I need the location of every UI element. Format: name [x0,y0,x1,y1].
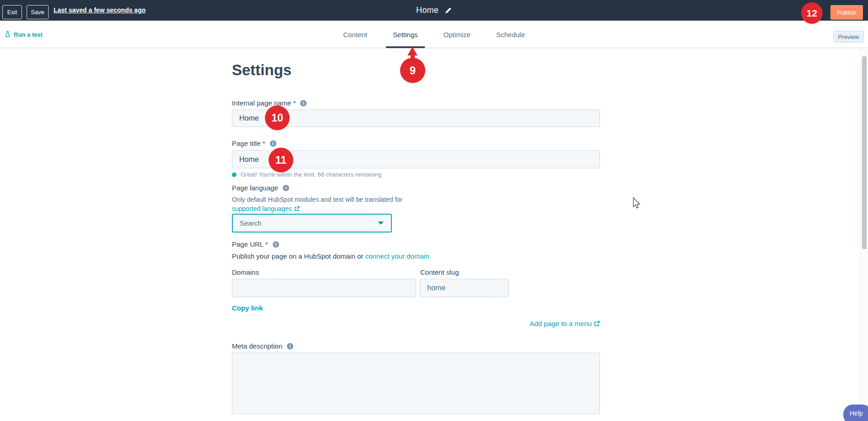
tab-content-label: Content [343,31,368,39]
chevron-down-icon [378,222,384,225]
supported-languages-row: supported languages [232,205,300,212]
external-link-icon [594,321,600,327]
internal-page-name-label: Internal page name * [232,99,296,107]
tab-settings[interactable]: Settings [380,21,430,48]
publish-button[interactable]: Publish [830,5,863,20]
annotation-badge-12: 12 [801,2,823,24]
scrollbar-thumb[interactable] [862,56,867,249]
supported-languages-label: supported languages [232,205,292,212]
domains-input[interactable] [232,279,416,297]
preview-button[interactable]: Preview [833,31,864,43]
top-toolbar: Exit Save Last saved a few seconds ago H… [0,0,868,21]
annotation-badge-10: 10 [265,105,290,130]
meta-description-label: Meta description [232,342,282,350]
content-slug-label-text: Content slug [420,268,459,276]
editor-subnav: Run a test Content Settings Optimize Sch… [0,21,868,48]
meta-description-label-row: Meta description i [232,342,293,350]
editor-tabs: Content Settings Optimize Schedule [0,21,868,48]
title-length-status-text: Great! You're within the limit. 66 chara… [241,171,381,178]
content-slug-input[interactable] [420,279,509,297]
connect-your-domain-link[interactable]: connect your domain. [365,252,431,260]
info-icon[interactable]: i [287,343,293,349]
page-url-helper-text: Publish your page on a HubSpot domain or [232,252,365,260]
info-icon[interactable]: i [283,185,289,191]
tab-settings-label: Settings [393,31,418,39]
meta-description-textarea[interactable] [232,353,600,414]
page-title-label: Page title * [232,139,265,147]
settings-heading: Settings [232,61,291,79]
external-link-icon [294,206,300,211]
vertical-scrollbar[interactable] [860,49,868,421]
tab-schedule-label: Schedule [496,31,525,39]
page-language-label-row: Page language i [232,184,289,192]
tab-optimize-label: Optimize [444,31,471,39]
success-dot-icon [232,172,236,177]
tab-optimize[interactable]: Optimize [431,21,483,48]
add-page-to-menu-link[interactable]: Add page to a menu [530,320,600,327]
copy-link[interactable]: Copy link [232,304,263,312]
exit-button[interactable]: Exit [2,5,22,19]
internal-page-name-label-row: Internal page name * i [232,99,307,107]
add-page-to-menu-row: Add page to a menu [530,320,600,327]
tab-content[interactable]: Content [330,21,380,48]
mouse-cursor [631,197,642,212]
tab-schedule[interactable]: Schedule [483,21,538,48]
page-language-selected-value: Search [233,219,378,227]
help-button[interactable]: Help [843,404,868,421]
save-button[interactable]: Save [27,5,49,19]
add-page-to-menu-label: Add page to a menu [530,320,592,327]
info-icon[interactable]: i [300,100,307,106]
page-title-label-row: Page title * i [232,139,276,147]
page-title: Home [416,6,439,15]
info-icon[interactable]: i [273,241,279,248]
title-length-status: Great! You're within the limit. 66 chara… [232,171,381,178]
page-language-select[interactable]: Search [232,214,392,233]
page-language-helper: Only default HubSpot modules and text wi… [232,196,402,203]
edit-title-pencil-icon[interactable] [445,7,452,14]
supported-languages-link[interactable]: supported languages [232,205,300,212]
page-url-label-row: Page URL * i [232,240,279,248]
page-url-helper: Publish your page on a HubSpot domain or… [232,252,431,260]
domains-label-text: Domains [232,268,259,276]
page-url-label: Page URL * [232,240,268,248]
domains-label: Domains [232,268,259,276]
annotation-badge-11: 11 [269,148,293,172]
info-icon[interactable]: i [270,140,276,147]
page-language-label: Page language [232,184,278,192]
content-slug-label: Content slug [420,268,459,276]
last-saved-link[interactable]: Last saved a few seconds ago [54,0,146,21]
annotation-badge-9: 9 [400,58,425,83]
